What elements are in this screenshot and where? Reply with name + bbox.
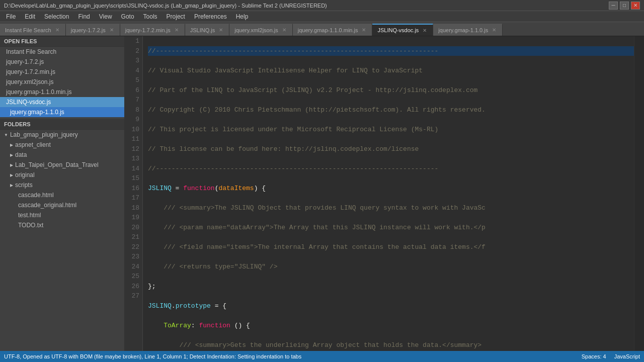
sidebar-file-test[interactable]: test.html xyxy=(0,210,124,220)
code-line: /// <summary>Gets the underlieing Array … xyxy=(148,340,634,350)
tab-gmap-110[interactable]: jquery.gmap-1.1.0.js ✕ xyxy=(433,24,503,36)
main-area: OPEN FILES Instant File Search jquery-1.… xyxy=(0,36,644,351)
tab-label: jquery.gmap-1.1.0.js xyxy=(438,27,488,33)
expand-icon: ▶ xyxy=(10,173,13,177)
code-line: // Part of the LINQ to JavaScript (JSLIN… xyxy=(148,85,634,96)
expand-icon: ▶ xyxy=(10,143,13,147)
expand-icon: ▶ xyxy=(10,153,13,157)
menu-view[interactable]: View xyxy=(95,12,116,21)
menu-edit[interactable]: Edit xyxy=(21,12,39,21)
code-line: ToArray: function () { xyxy=(148,321,634,331)
status-bar: UTF-8, Opened as UTF-8 with BOM (file ma… xyxy=(0,351,644,362)
menu-goto[interactable]: Goto xyxy=(117,12,138,21)
tab-close-icon[interactable]: ✕ xyxy=(54,27,60,33)
tab-label: jquery-1.7.2.js xyxy=(71,27,106,33)
code-content[interactable]: //--------------------------------------… xyxy=(143,36,634,351)
tab-close-icon[interactable]: ✕ xyxy=(422,27,428,34)
code-line: // This project is licensed under the Mi… xyxy=(148,125,634,135)
menu-project[interactable]: Project xyxy=(163,12,189,21)
language-indicator[interactable]: JavaScript xyxy=(614,353,640,359)
tab-label: JSLINQ.js xyxy=(190,27,215,33)
title-bar: D:\Develope\Lab\Lab_gmap_plugin_jquery\s… xyxy=(0,0,644,11)
sidebar-folder-scripts[interactable]: ▶ scripts xyxy=(0,180,124,190)
sidebar: OPEN FILES Instant File Search jquery-1.… xyxy=(0,36,125,351)
code-line: // Visual Studio JavaScript Intellisense… xyxy=(148,66,634,76)
code-line: JSLINQ.prototype = { xyxy=(148,301,634,311)
sidebar-item-instant-search[interactable]: Instant File Search xyxy=(0,47,124,57)
code-line: /// <field name="items">The internal Arr… xyxy=(148,242,634,252)
sidebar-item-jquery172[interactable]: jquery-1.7.2.js xyxy=(0,57,124,67)
expand-icon: ▶ xyxy=(10,183,13,188)
tab-close-icon[interactable]: ✕ xyxy=(109,27,115,33)
menu-help[interactable]: Help xyxy=(232,12,253,21)
code-container: 1 2 3 4 5 6 7 8 9 10 11 12 13 14 15 16 1… xyxy=(125,36,644,351)
tab-bar: Instant File Search ✕ jquery-1.7.2.js ✕ … xyxy=(0,22,644,36)
sidebar-folder-lab[interactable]: ▼ Lab_gmap_plugin_jquery xyxy=(0,130,124,140)
editor[interactable]: 1 2 3 4 5 6 7 8 9 10 11 12 13 14 15 16 1… xyxy=(125,36,644,351)
sidebar-folder-data[interactable]: ▶ data xyxy=(0,150,124,160)
tab-close-icon[interactable]: ✕ xyxy=(361,27,367,33)
menu-tools[interactable]: Tools xyxy=(139,12,162,21)
code-line: /// <param name="dataArray">The Array th… xyxy=(148,223,634,233)
tab-close-icon[interactable]: ✕ xyxy=(281,27,287,33)
minimize-button[interactable]: ─ xyxy=(609,2,618,10)
tab-close-icon[interactable]: ✕ xyxy=(174,27,180,33)
code-line: /// <summary>The JSLINQ Object that prov… xyxy=(148,203,634,213)
sidebar-folder-aspnet[interactable]: ▶ aspnet_client xyxy=(0,140,124,150)
tab-jslinq[interactable]: JSLINQ.js ✕ xyxy=(185,24,230,36)
sidebar-item-jslinq-vsdoc[interactable]: JSLINQ-vsdoc.js xyxy=(0,97,124,107)
menu-selection[interactable]: Selection xyxy=(40,12,73,21)
sidebar-file-cascade-original[interactable]: cascade_original.html xyxy=(0,200,124,210)
code-line: // This license can be found here: http:… xyxy=(148,144,634,154)
tab-close-icon[interactable]: ✕ xyxy=(491,27,497,33)
close-button[interactable]: ✕ xyxy=(631,2,640,10)
sidebar-folder-taipei[interactable]: ▶ Lab_Taipei_Open_Data_Travel xyxy=(0,160,124,170)
line-numbers: 1 2 3 4 5 6 7 8 9 10 11 12 13 14 15 16 1… xyxy=(125,36,143,351)
code-line: // Copyright (C) 2010 Chris Pietschmann … xyxy=(148,105,634,115)
tab-label: jquery.gmap-1.1.0.min.js xyxy=(298,27,358,33)
title-text: D:\Develope\Lab\Lab_gmap_plugin_jquery\s… xyxy=(4,3,327,9)
tab-label: jquery.xml2json.js xyxy=(234,27,278,33)
tab-jquery-172[interactable]: jquery-1.7.2.js ✕ xyxy=(66,24,120,36)
status-text: UTF-8, Opened as UTF-8 with BOM (file ma… xyxy=(4,353,301,359)
code-line: }; xyxy=(148,282,634,292)
minimize-icon: ─ xyxy=(611,3,615,8)
sidebar-item-jquery172min[interactable]: jquery-1.7.2.min.js xyxy=(0,67,124,77)
sidebar-folder-original[interactable]: ▶ original xyxy=(0,170,124,180)
tab-label: jquery-1.7.2.min.js xyxy=(125,27,171,33)
folders-header: FOLDERS xyxy=(0,119,124,130)
tab-jquery-172-min[interactable]: jquery-1.7.2.min.js ✕ xyxy=(120,24,185,36)
sidebar-file-todo[interactable]: TODO.txt xyxy=(0,220,124,230)
sidebar-item-gmap-min[interactable]: jquery.gmap-1.1.0.min.js xyxy=(0,87,124,97)
open-files-header: OPEN FILES xyxy=(0,36,124,47)
title-bar-buttons: ─ □ ✕ xyxy=(609,2,640,10)
code-line: /// <returns type="JSLINQ" /> xyxy=(148,262,634,272)
expand-icon: ▼ xyxy=(4,133,8,137)
tab-label: JSLINQ-vsdoc.js xyxy=(377,27,419,33)
minimap xyxy=(634,36,644,351)
menu-bar: File Edit Selection Find View Goto Tools… xyxy=(0,11,644,22)
maximize-icon: □ xyxy=(623,3,626,8)
tab-gmap-min[interactable]: jquery.gmap-1.1.0.min.js ✕ xyxy=(293,24,373,36)
tab-label: Instant File Search xyxy=(5,27,51,33)
menu-file[interactable]: File xyxy=(2,12,20,21)
sidebar-item-gmap-110[interactable]: jquery.gmap-1.1.0.js xyxy=(0,107,124,117)
tab-close-icon[interactable]: ✕ xyxy=(218,27,224,33)
code-line: //--------------------------------------… xyxy=(148,164,634,174)
close-icon: ✕ xyxy=(633,3,637,8)
code-line: JSLINQ = function(dataItems) { xyxy=(148,184,634,194)
status-bar-right: Spaces: 4 JavaScript xyxy=(582,353,640,359)
maximize-button[interactable]: □ xyxy=(620,2,629,10)
spaces-indicator[interactable]: Spaces: 4 xyxy=(582,353,606,359)
sidebar-item-xml2json[interactable]: jquery.xml2json.js xyxy=(0,77,124,87)
menu-find[interactable]: Find xyxy=(74,12,94,21)
code-line: //--------------------------------------… xyxy=(148,46,634,56)
tab-jslinq-vsdoc[interactable]: JSLINQ-vsdoc.js ✕ xyxy=(372,24,433,36)
expand-icon: ▶ xyxy=(10,163,13,167)
tab-instant-file-search[interactable]: Instant File Search ✕ xyxy=(0,24,66,36)
tab-xml2json[interactable]: jquery.xml2json.js ✕ xyxy=(229,24,293,36)
menu-preferences[interactable]: Preferences xyxy=(190,12,231,21)
sidebar-file-cascade[interactable]: cascade.html xyxy=(0,190,124,200)
